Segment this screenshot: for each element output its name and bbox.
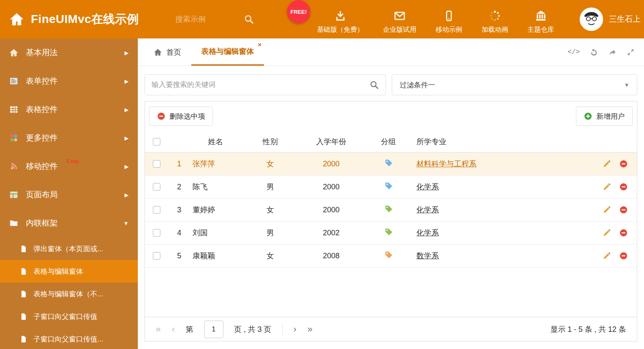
column-header-major: 所学专业: [414, 137, 590, 147]
file-icon: [20, 290, 27, 298]
sidebar-subitem-label: 表格与编辑窗体: [33, 267, 83, 276]
home-icon: [9, 12, 24, 27]
share-icon[interactable]: [608, 48, 616, 56]
signal-icon: [9, 162, 18, 171]
major-link[interactable]: 材料科学与工程系: [416, 160, 477, 168]
row-checkbox[interactable]: [153, 252, 160, 260]
tab-home[interactable]: 首页: [144, 38, 191, 66]
nav-item-basic-edition[interactable]: 基础版（免费）: [307, 10, 373, 34]
column-header-name: 姓名: [190, 137, 241, 147]
delete-icon[interactable]: [619, 160, 628, 168]
filter-dropdown[interactable]: 过滤条件一 ▼: [392, 74, 637, 95]
top-header: FineUIMvc在线示例 FREE! 基础版（免费） 企业版试用 移动示例 加…: [0, 0, 644, 38]
student-year: 2008: [299, 252, 363, 260]
widgets-icon: [9, 133, 18, 143]
header-nav: 基础版（免费） 企业版试用 移动示例 加载动画 主题仓库: [307, 10, 564, 34]
delete-icon[interactable]: [619, 183, 628, 191]
tag-icon[interactable]: [385, 182, 393, 190]
row-checkbox[interactable]: [153, 160, 160, 168]
sidebar-item-basic-usage[interactable]: 基本用法 ▶: [0, 38, 138, 67]
previous-page-icon[interactable]: ‹: [172, 324, 175, 335]
tag-icon[interactable]: [385, 205, 393, 213]
edit-icon[interactable]: [603, 206, 611, 214]
nav-label: 加载动画: [482, 25, 508, 34]
edit-icon[interactable]: [603, 160, 611, 168]
major-link[interactable]: 化学系: [416, 229, 439, 237]
column-header-gender: 性别: [241, 137, 299, 147]
sidebar-item-table-controls[interactable]: 表格控件 ▶: [0, 95, 138, 124]
search-icon[interactable]: [244, 14, 254, 24]
row-checkbox[interactable]: [153, 229, 160, 237]
tab-table-edit-window[interactable]: 表格与编辑窗体 ×: [191, 38, 264, 66]
sidebar-subitem-child-to-parent-alt[interactable]: 子窗口向父窗口传值...: [0, 328, 138, 349]
table-row[interactable]: 3 董婷婷 女 2000 化学系: [145, 199, 637, 222]
nav-item-enterprise-trial[interactable]: 企业版试用: [373, 10, 426, 34]
sidebar-subitem-label: 子窗口向父窗口传值: [33, 312, 97, 321]
user-menu[interactable]: 三生石上 ▼: [580, 8, 644, 31]
select-all-checkbox[interactable]: [153, 138, 160, 145]
table-row[interactable]: 4 刘国 男 2002 化学系: [145, 222, 637, 245]
header-search-input[interactable]: [175, 15, 230, 24]
column-header-group: 分组: [363, 137, 414, 147]
next-page-icon[interactable]: ›: [294, 324, 297, 335]
column-header-year: 入学年份: [299, 137, 363, 147]
sidebar-subitem-label: 表格与编辑窗体（不...: [33, 289, 103, 299]
student-gender: 女: [241, 205, 299, 215]
edit-icon[interactable]: [603, 229, 611, 237]
source-code-icon[interactable]: </>: [568, 48, 580, 56]
mobile-icon: [443, 10, 455, 22]
app-logo[interactable]: FineUIMvc在线示例: [0, 11, 175, 27]
refresh-icon[interactable]: [590, 48, 598, 56]
delete-icon[interactable]: [619, 252, 628, 260]
delete-icon[interactable]: [619, 206, 628, 214]
expand-icon[interactable]: [626, 48, 635, 56]
sidebar-subitem-table-edit-window-alt[interactable]: 表格与编辑窗体（不...: [0, 283, 138, 305]
chevron-right-icon: ▶: [124, 50, 129, 56]
tag-icon[interactable]: [385, 159, 393, 167]
row-number: 4: [168, 229, 190, 237]
table-row[interactable]: 1 张萍萍 女 2000 材料科学与工程系: [145, 153, 637, 176]
grid-toolbar: 删除选中项 新增用户: [145, 102, 637, 131]
button-label: 删除选中项: [170, 112, 205, 121]
edit-icon[interactable]: [603, 252, 611, 260]
table-row[interactable]: 2 陈飞 男 2000 化学系: [145, 176, 637, 199]
nav-item-theme-repository[interactable]: 主题仓库: [518, 10, 564, 34]
table-header: 姓名 性别 入学年份 分组 所学专业: [145, 131, 637, 153]
major-link[interactable]: 数学系: [416, 252, 439, 260]
table-row[interactable]: 5 康颖颖 女 2008 数学系: [145, 245, 637, 267]
tag-icon[interactable]: [385, 228, 393, 236]
sidebar-item-form-controls[interactable]: 表单控件 ▶: [0, 67, 138, 95]
major-link[interactable]: 化学系: [416, 206, 439, 214]
table-icon: [9, 105, 18, 114]
row-checkbox[interactable]: [153, 206, 160, 214]
delete-icon[interactable]: [619, 229, 628, 237]
close-icon[interactable]: ×: [258, 41, 261, 48]
nav-label: 基础版（免费）: [317, 25, 364, 34]
add-user-button[interactable]: 新增用户: [576, 107, 633, 126]
row-number: 3: [168, 206, 190, 214]
sidebar-item-inline-frame[interactable]: 内联框架 ▼: [0, 209, 138, 237]
sidebar-subitem-table-edit-window[interactable]: 表格与编辑窗体: [0, 260, 138, 283]
nav-item-mobile-demo[interactable]: 移动示例: [426, 10, 472, 34]
filter-dropdown-value: 过滤条件一: [400, 80, 435, 90]
tag-icon[interactable]: [385, 251, 393, 259]
row-checkbox[interactable]: [153, 183, 160, 191]
bank-icon: [535, 10, 547, 22]
form-icon: [9, 76, 18, 86]
sidebar-item-more-controls[interactable]: 更多控件 ▶: [0, 124, 138, 152]
sidebar-subitem-popup-window[interactable]: 弹出窗体（本页面或...: [0, 237, 138, 260]
sidebar-subitem-child-to-parent[interactable]: 子窗口向父窗口传值: [0, 305, 138, 328]
search-icon[interactable]: [370, 80, 379, 89]
edit-icon[interactable]: [603, 183, 611, 191]
sidebar-item-page-layout[interactable]: 页面布局 ▶: [0, 181, 138, 209]
nav-item-loading-animation[interactable]: 加载动画: [472, 10, 518, 34]
keyword-search-input[interactable]: [152, 81, 370, 89]
last-page-icon[interactable]: »: [307, 324, 312, 335]
corp-badge: Corp.: [67, 158, 80, 164]
major-link[interactable]: 化学系: [416, 183, 439, 191]
sidebar-item-mobile-controls[interactable]: 移动控件 Corp. ▶: [0, 152, 138, 181]
filter-row: 过滤条件一 ▼: [138, 66, 644, 101]
first-page-icon[interactable]: «: [156, 324, 161, 335]
page-number-input[interactable]: [204, 321, 223, 338]
delete-selected-button[interactable]: 删除选中项: [149, 107, 213, 126]
